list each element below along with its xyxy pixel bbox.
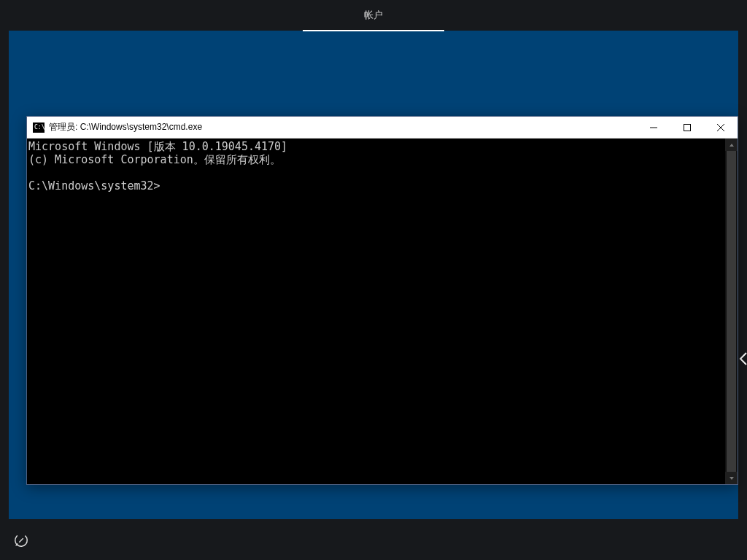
cmd-titlebar[interactable]: 管理员: C:\Windows\system32\cmd.exe — [27, 117, 738, 139]
scroll-up-button[interactable] — [725, 139, 738, 151]
cmd-window-title: 管理员: C:\Windows\system32\cmd.exe — [49, 121, 202, 133]
svg-rect-1 — [684, 124, 691, 131]
tab-account[interactable]: 帐户 — [303, 0, 444, 31]
cmd-line: (c) Microsoft Corporation。保留所有权利。 — [28, 153, 281, 166]
oobe-tabbar: 帐户 — [0, 0, 747, 31]
cmd-terminal[interactable]: Microsoft Windows [版本 10.0.19045.4170] (… — [27, 139, 725, 484]
maximize-button[interactable] — [670, 117, 704, 138]
minimize-button[interactable] — [637, 117, 670, 138]
scroll-down-button[interactable] — [725, 472, 738, 484]
oobe-footer — [0, 519, 747, 560]
cmd-line: Microsoft Windows [版本 10.0.19045.4170] — [28, 140, 287, 153]
cmd-app-icon — [33, 122, 44, 133]
chevron-left-icon[interactable] — [738, 350, 747, 368]
cmd-body: Microsoft Windows [版本 10.0.19045.4170] (… — [27, 139, 738, 484]
scrollbar[interactable] — [725, 139, 738, 484]
window-controls — [637, 117, 738, 138]
cmd-window[interactable]: 管理员: C:\Windows\system32\cmd.exe Microso… — [26, 116, 738, 485]
scroll-thumb[interactable] — [727, 151, 736, 472]
scroll-track[interactable] — [725, 151, 738, 472]
ease-of-access-icon[interactable] — [13, 532, 29, 548]
cmd-prompt[interactable]: C:\Windows\system32> — [28, 179, 160, 192]
close-button[interactable] — [704, 117, 738, 138]
